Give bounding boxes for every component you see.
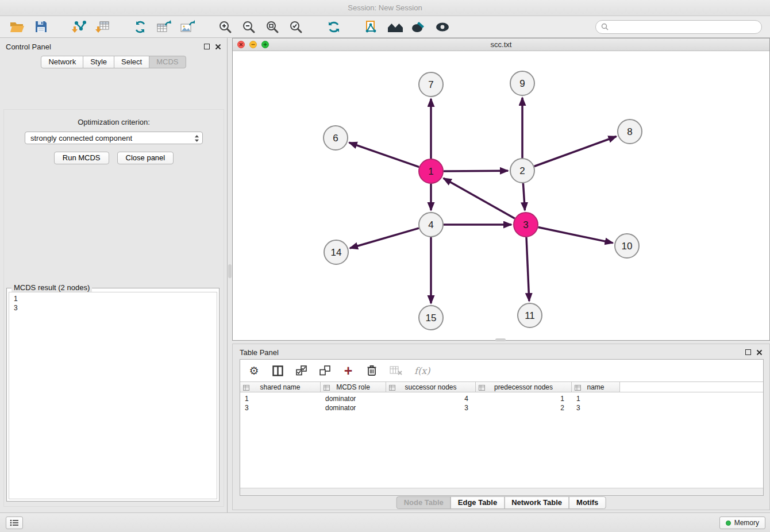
show-panels-button[interactable] [6, 516, 23, 529]
column-sort-icon [575, 384, 581, 392]
column-header-mcds-role[interactable]: MCDS role [321, 382, 386, 392]
optimization-criterion-label: Optimization criterion: [4, 118, 224, 126]
run-mcds-button[interactable]: Run MCDS [54, 152, 109, 164]
close-table-panel-icon[interactable] [756, 349, 763, 356]
node-table-container: ⚙ + [240, 359, 764, 496]
select-all-button[interactable] [295, 365, 307, 376]
table-row[interactable]: 3dominator323 [240, 403, 763, 413]
graph-node-15[interactable]: 15 [419, 306, 443, 330]
column-sort-icon [243, 384, 249, 392]
tab-edge-table[interactable]: Edge Table [451, 496, 505, 509]
column-header-predecessor-nodes[interactable]: predecessor nodes [476, 382, 572, 392]
save-session-button[interactable] [32, 18, 50, 36]
table-row[interactable]: 1dominator411 [240, 394, 763, 403]
network-window-titlebar[interactable]: scc.txt [233, 38, 769, 51]
float-table-panel-icon[interactable] [745, 349, 751, 355]
show-graphics-button[interactable] [433, 18, 452, 36]
graph-edge-3-1[interactable] [444, 178, 515, 218]
table-settings-button[interactable]: ⚙ [248, 365, 260, 376]
graph-node-3[interactable]: 3 [514, 213, 538, 237]
tab-style[interactable]: Style [83, 56, 114, 68]
column-visibility-button[interactable] [272, 365, 283, 376]
table-horizontal-scrollbar[interactable] [240, 488, 763, 495]
graph-edge-3-10[interactable] [538, 228, 613, 243]
close-panel-button[interactable]: Close panel [117, 152, 174, 164]
network-canvas[interactable]: 7968124314101511 [233, 51, 769, 340]
tab-network-table[interactable]: Network Table [504, 496, 569, 509]
graph-node-14[interactable]: 14 [324, 240, 348, 264]
import-network-button[interactable] [70, 18, 88, 36]
column-header-shared-name[interactable]: shared name [240, 382, 321, 392]
graph-node-2[interactable]: 2 [510, 159, 534, 183]
refresh-view-button[interactable] [325, 18, 343, 36]
mcds-result-lines[interactable]: 13 [9, 292, 217, 499]
export-image-button[interactable] [178, 18, 197, 36]
graph-node-7[interactable]: 7 [419, 72, 443, 97]
home-button[interactable] [386, 18, 405, 36]
zoom-out-button[interactable] [240, 18, 258, 36]
share-document-button[interactable] [363, 18, 381, 36]
export-table-button[interactable] [155, 18, 173, 36]
graph-edge-3-11[interactable] [526, 237, 529, 301]
network-canvas-svg[interactable]: 7968124314101511 [233, 51, 769, 340]
delete-table-icon [390, 365, 402, 376]
graph-node-8[interactable]: 8 [618, 119, 642, 144]
delete-column-button[interactable] [366, 365, 378, 376]
control-panel-tabs: NetworkStyleSelectMCDS [0, 56, 227, 68]
table-body: 1dominator4113dominator323 [240, 392, 763, 488]
column-header-label: name [587, 383, 604, 391]
tab-mcds[interactable]: MCDS [149, 56, 186, 68]
import-table-button[interactable] [93, 18, 111, 36]
add-column-button[interactable]: + [342, 365, 354, 376]
zoom-fit-icon [265, 20, 279, 34]
trash-icon [367, 365, 377, 376]
zoom-in-button[interactable] [216, 18, 234, 36]
table-cell: 3 [572, 403, 620, 413]
optimization-criterion-dropdown[interactable]: strongly connected component [25, 132, 203, 144]
graph-edge-2-3[interactable] [523, 183, 525, 210]
graph-edge-4-14[interactable] [350, 228, 419, 248]
graph-edge-2-8[interactable] [534, 137, 617, 167]
graph-node-9[interactable]: 9 [510, 71, 534, 95]
splitter-handle-horizontal[interactable] [495, 338, 506, 341]
search-field[interactable] [595, 20, 762, 34]
float-panel-icon[interactable] [204, 44, 210, 49]
tab-motifs[interactable]: Motifs [569, 496, 606, 509]
graph-node-label: 6 [333, 133, 338, 144]
memory-button[interactable]: Memory [719, 516, 765, 529]
graph-edge-1-2[interactable] [444, 171, 508, 171]
column-header-successor-nodes[interactable]: successor nodes [386, 382, 476, 392]
close-panel-icon[interactable] [215, 44, 221, 50]
graph-node-11[interactable]: 11 [518, 303, 542, 327]
table-toolbar: ⚙ + [240, 360, 763, 381]
graph-node-label: 14 [331, 247, 342, 258]
graph-node-10[interactable]: 10 [615, 234, 639, 258]
function-builder-button[interactable]: f(x) [414, 365, 430, 376]
mcds-result-title: MCDS result (2 nodes) [11, 283, 92, 292]
column-header-name[interactable]: name [572, 382, 620, 392]
zoom-fit-button[interactable] [263, 18, 282, 36]
delete-table-button[interactable] [390, 365, 402, 376]
memory-status-icon [726, 521, 731, 526]
table-cell: 1 [572, 394, 620, 403]
graph-node-6[interactable]: 6 [324, 126, 348, 150]
network-window-title: scc.txt [233, 40, 769, 49]
graph-edge-1-6[interactable] [349, 142, 419, 167]
graph-node-1[interactable]: 1 [419, 159, 443, 183]
style-brush-button[interactable] [410, 18, 428, 36]
splitter-handle-vertical[interactable] [228, 264, 232, 278]
tab-node-table[interactable]: Node Table [396, 496, 451, 509]
search-input[interactable] [611, 22, 756, 31]
reload-network-button[interactable] [131, 18, 149, 36]
zoom-selected-button[interactable] [287, 18, 305, 36]
column-sort-icon [479, 384, 485, 392]
open-session-button[interactable] [8, 18, 26, 36]
tab-select[interactable]: Select [114, 56, 149, 68]
tab-network[interactable]: Network [41, 56, 83, 68]
graph-node-label: 11 [525, 310, 535, 321]
share-document-icon [365, 20, 379, 34]
deselect-all-button[interactable] [319, 365, 330, 376]
graph-node-4[interactable]: 4 [419, 213, 443, 237]
eye-icon [436, 22, 449, 32]
search-icon [601, 23, 609, 30]
